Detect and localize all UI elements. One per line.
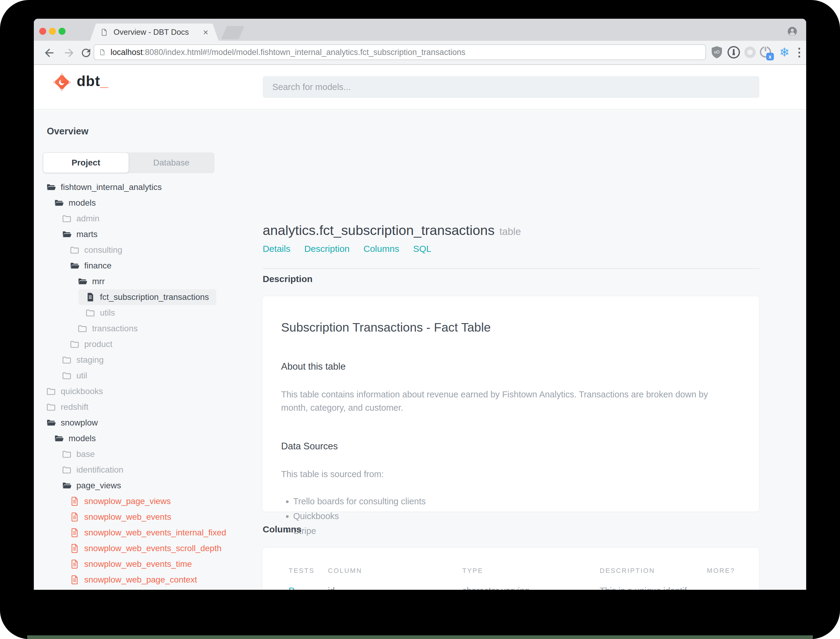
folder-open-icon: [46, 182, 56, 192]
description-card: Subscription Transactions - Fact Table A…: [262, 296, 759, 512]
reload-icon[interactable]: [80, 46, 92, 59]
folder-icon: [62, 355, 72, 365]
folder-icon: [62, 370, 72, 381]
folder-icon: [70, 245, 80, 255]
new-tab-button[interactable]: [221, 26, 245, 39]
folder-open-icon: [62, 229, 72, 240]
browser-window: Overview - DBT Docs × loca: [34, 19, 806, 590]
tree-item-marts[interactable]: marts: [34, 226, 262, 242]
onepassword-extension-icon[interactable]: [726, 45, 741, 59]
sources-list: Trello boards for consulting clientsQuic…: [281, 496, 740, 536]
about-text: This table contains information about re…: [281, 388, 722, 414]
tree-item-base[interactable]: base: [34, 446, 262, 462]
logo-underscore: _: [100, 73, 109, 89]
tree-item-quickbooks[interactable]: quickbooks: [34, 383, 262, 399]
tree-item-label: util: [76, 371, 87, 380]
model-nav-sql[interactable]: SQL: [413, 244, 431, 254]
tree-item-redshift[interactable]: redshift: [34, 399, 262, 415]
url-path: :8080/index.html#!/model/model.fishtown_…: [143, 48, 465, 57]
tree-item-admin[interactable]: admin: [34, 211, 262, 226]
sidebar-view-switcher: ProjectDatabase: [43, 153, 214, 173]
file-outline-icon: [70, 575, 80, 585]
tree-item-label: product: [84, 339, 112, 349]
power-extension-icon[interactable]: x: [759, 45, 775, 61]
tree-item-identification[interactable]: identification: [34, 462, 262, 478]
column-name: id: [328, 586, 462, 590]
folder-icon: [46, 386, 56, 396]
tree-item-mrr[interactable]: mrr: [34, 273, 262, 289]
tree-item-label: redshift: [61, 402, 89, 412]
search-box: [263, 76, 759, 98]
tree-item-util[interactable]: util: [34, 368, 262, 383]
tree-item-fishtown_internal_analytics[interactable]: fishtown_internal_analytics: [34, 180, 262, 195]
tree-item-label: snowplow_page_views: [84, 496, 171, 506]
column-header-more: MORE?: [707, 567, 741, 575]
model-nav-details[interactable]: Details: [263, 244, 291, 254]
source-item: Stripe: [293, 526, 740, 536]
page-content: Overview ProjectDatabase fishtown_intern…: [34, 110, 806, 590]
close-window-button[interactable]: [39, 28, 46, 35]
browser-tab[interactable]: Overview - DBT Docs ×: [90, 24, 219, 41]
sidebar-tab-database[interactable]: Database: [129, 153, 214, 173]
profile-avatar-icon[interactable]: [787, 26, 798, 37]
close-tab-icon[interactable]: ×: [203, 28, 208, 37]
sidebar-tab-project[interactable]: Project: [43, 153, 129, 173]
tree-item-label: staging: [76, 355, 103, 365]
folder-icon: [62, 449, 72, 459]
tree-item-snowplow_web_events_scroll_depth[interactable]: snowplow_web_events_scroll_depth: [34, 540, 262, 556]
url-text: localhost:8080/index.html#!/model/model.…: [111, 48, 465, 57]
page-favicon: [100, 28, 108, 37]
tree-item-staging[interactable]: staging: [34, 352, 262, 368]
browser-toolbar: localhost:8080/index.html#!/model/model.…: [34, 41, 806, 65]
url-bar[interactable]: localhost:8080/index.html#!/model/model.…: [94, 45, 706, 60]
expand-row-icon[interactable]: ›: [707, 585, 741, 590]
tree-item-label: models: [68, 198, 96, 208]
tree-item-product[interactable]: product: [34, 336, 262, 352]
tree-item-fct_subscription_transactions[interactable]: fct_subscription_transactions: [78, 289, 216, 305]
model-title: analytics.fct_subscription_transactionst…: [263, 223, 521, 238]
divider: [263, 268, 759, 269]
dbt-logo-icon[interactable]: [52, 72, 72, 92]
column-row-id[interactable]: Pidcharacter varyingThis is a unique ide…: [289, 580, 741, 590]
model-nav-description[interactable]: Description: [304, 244, 349, 254]
column-header-column: COLUMN: [328, 567, 462, 575]
forward-icon[interactable]: [63, 46, 76, 59]
tree-item-label: models: [68, 434, 96, 443]
tree-item-snowplow_web_events_time[interactable]: snowplow_web_events_time: [34, 556, 262, 572]
zoom-window-button[interactable]: [59, 28, 65, 35]
tree-item-finance[interactable]: finance: [34, 258, 262, 273]
ublock-extension-icon[interactable]: uO: [710, 45, 724, 59]
search-input[interactable]: [272, 82, 750, 92]
folder-open-icon: [77, 276, 87, 286]
back-icon[interactable]: [43, 46, 56, 59]
tree-item-snowplow_web_events[interactable]: snowplow_web_events: [34, 509, 262, 525]
about-heading: About this table: [281, 361, 740, 372]
browser-menu-icon[interactable]: ⋮: [794, 45, 803, 59]
tree-item-models[interactable]: models: [34, 195, 262, 211]
tree-item-snowplow_web_page_context[interactable]: snowplow_web_page_context: [34, 572, 262, 588]
tree-item-label: quickbooks: [61, 386, 103, 396]
tree-item-snowplow_page_views[interactable]: snowplow_page_views: [34, 493, 262, 509]
folder-open-icon: [54, 433, 64, 443]
tree-item-label: page_views: [76, 481, 121, 490]
columns-table-header: TESTSCOLUMNTYPEDESCRIPTIONMORE?: [289, 562, 741, 580]
folder-open-icon: [62, 480, 72, 491]
minimize-window-button[interactable]: [49, 28, 56, 35]
description-section-heading: Description: [263, 274, 313, 284]
pocket-extension-icon[interactable]: [743, 45, 757, 59]
tree-item-transactions[interactable]: transactions: [34, 321, 262, 336]
model-type-badge: table: [499, 226, 521, 237]
tree-item-label: snowplow: [61, 418, 98, 428]
tree-item-utils[interactable]: utils: [34, 305, 262, 321]
sidebar-overview-label[interactable]: Overview: [47, 126, 89, 137]
tree-item-snowplow_web_events_internal_fixed[interactable]: snowplow_web_events_internal_fixed: [34, 525, 262, 540]
model-nav-columns[interactable]: Columns: [364, 244, 399, 254]
column-tests: P: [289, 586, 328, 590]
folder-icon: [62, 213, 72, 224]
tree-item-page_views[interactable]: page_views: [34, 478, 262, 493]
screenshot-stage: Overview - DBT Docs × loca: [0, 0, 840, 639]
tree-item-models[interactable]: models: [34, 431, 262, 446]
tree-item-snowplow[interactable]: snowplow: [34, 415, 262, 431]
snowflake-extension-icon[interactable]: ❄: [777, 45, 792, 59]
tree-item-consulting[interactable]: consulting: [34, 242, 262, 258]
